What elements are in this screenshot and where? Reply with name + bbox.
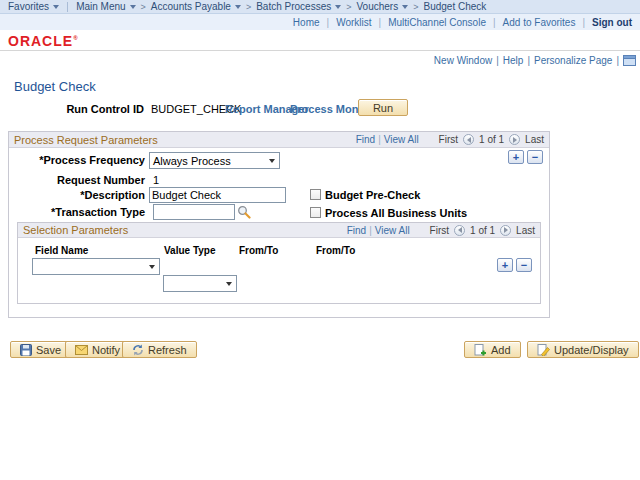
process-frequency-label: *Process Frequency (9, 154, 145, 166)
links-separator: | (616, 55, 619, 66)
process-frequency-select[interactable]: Always Process (149, 152, 280, 169)
process-frequency-value: Always Process (153, 155, 231, 167)
add-row-button[interactable]: + (508, 150, 524, 164)
links-separator: | (493, 17, 496, 28)
chevron-down-icon (53, 5, 59, 9)
chevron-down-icon (149, 265, 155, 269)
add-to-favorites-link[interactable]: Add to Favorites (503, 17, 576, 28)
transaction-type-label: *Transaction Type (9, 206, 145, 218)
lookup-magnifier-icon[interactable] (237, 205, 251, 219)
logo-band: ORACLE® (0, 30, 640, 51)
refresh-button[interactable]: Refresh (122, 341, 197, 358)
breadcrumb-separator: > (141, 2, 146, 12)
chevron-down-icon (402, 5, 408, 9)
grid-navigation: Find | View All First 1 of 1 Last (356, 134, 544, 145)
notify-button[interactable]: Notify (65, 341, 130, 358)
main-menu[interactable]: Main Menu (76, 1, 135, 12)
transaction-type-input[interactable] (153, 204, 235, 220)
row-action-buttons: + − (497, 258, 532, 272)
process-request-body: + − *Process Frequency Always Process Re… (9, 148, 549, 317)
page-title: Budget Check (14, 79, 96, 94)
run-button[interactable]: Run (358, 99, 408, 116)
nav-separator: | (378, 134, 381, 145)
crumb-accounts-payable[interactable]: Accounts Payable (151, 1, 241, 12)
process-all-bu-checkbox[interactable] (310, 207, 321, 218)
chevron-down-icon (235, 5, 241, 9)
links-separator: | (327, 17, 330, 28)
favorites-label: Favorites (8, 1, 49, 12)
crumb-label: Accounts Payable (151, 1, 231, 12)
oracle-logo: ORACLE® (8, 33, 79, 49)
column-header-value-type: Value Type (164, 245, 216, 256)
description-input[interactable] (149, 187, 286, 203)
new-window-icon[interactable] (623, 55, 636, 66)
request-number-value: 1 (153, 174, 159, 186)
previous-icon (467, 137, 471, 143)
previous-page-button[interactable] (454, 225, 465, 236)
sign-out-link[interactable]: Sign out (592, 17, 632, 28)
crumb-label: Vouchers (357, 1, 399, 12)
view-all-link[interactable]: View All (384, 134, 419, 145)
personalize-page-link[interactable]: Personalize Page (534, 55, 612, 66)
chevron-down-icon (335, 5, 341, 9)
budget-precheck-label: Budget Pre-Check (325, 189, 420, 201)
links-separator: | (496, 55, 499, 66)
next-page-button[interactable] (509, 134, 520, 145)
breadcrumb-divider (67, 2, 68, 12)
first-label: First (439, 134, 458, 145)
delete-row-button[interactable]: − (516, 258, 532, 272)
page-links: New Window | Help | Personalize Page | (434, 55, 636, 66)
add-row-button[interactable]: + (497, 258, 513, 272)
breadcrumb-separator: > (413, 2, 418, 12)
last-label: Last (516, 225, 535, 236)
multichannel-console-link[interactable]: MultiChannel Console (388, 17, 486, 28)
breadcrumb-separator: > (246, 2, 251, 12)
process-request-header: Process Request Parameters Find | View A… (9, 132, 549, 148)
links-separator: | (379, 17, 382, 28)
page-count: 1 of 1 (470, 225, 495, 236)
crumb-budget-check[interactable]: Budget Check (423, 1, 486, 12)
save-button[interactable]: Save (10, 341, 71, 358)
last-label: Last (525, 134, 544, 145)
breadcrumb-separator: > (346, 2, 351, 12)
chevron-down-icon (269, 159, 275, 163)
portal-links-bar: Home | Worklist | MultiChannel Console |… (0, 14, 640, 30)
value-type-select[interactable] (163, 275, 237, 292)
chevron-down-icon (226, 282, 232, 286)
notify-label: Notify (92, 344, 120, 356)
grid-navigation: Find | View All First 1 of 1 Last (347, 225, 535, 236)
section-title: Process Request Parameters (14, 134, 158, 146)
help-link[interactable]: Help (503, 55, 524, 66)
field-name-select[interactable] (32, 258, 160, 275)
next-icon (513, 137, 517, 143)
section-title: Selection Parameters (23, 224, 128, 236)
column-header-field-name: Field Name (35, 245, 88, 256)
previous-page-button[interactable] (463, 134, 474, 145)
next-page-button[interactable] (500, 225, 511, 236)
request-number-label: Request Number (9, 174, 145, 186)
column-header-from-to-1: From/To (239, 245, 278, 256)
refresh-label: Refresh (148, 344, 187, 356)
crumb-vouchers[interactable]: Vouchers (357, 1, 409, 12)
view-all-link[interactable]: View All (375, 225, 410, 236)
find-link[interactable]: Find (347, 225, 366, 236)
favorites-menu[interactable]: Favorites (8, 1, 59, 12)
budget-precheck-checkbox[interactable] (310, 189, 321, 200)
page-count: 1 of 1 (479, 134, 504, 145)
delete-row-button[interactable]: − (527, 150, 543, 164)
home-link[interactable]: Home (293, 17, 320, 28)
find-link[interactable]: Find (356, 134, 375, 145)
next-icon (504, 227, 508, 233)
worklist-link[interactable]: Worklist (336, 17, 371, 28)
notify-envelope-icon (75, 345, 88, 355)
new-window-link[interactable]: New Window (434, 55, 492, 66)
selection-parameters-box: Selection Parameters Find | View All Fir… (17, 222, 541, 304)
update-display-button[interactable]: Update/Display (527, 341, 639, 358)
add-row-icon (474, 344, 487, 356)
add-button[interactable]: Add (464, 341, 521, 358)
crumb-batch-processes[interactable]: Batch Processes (256, 1, 341, 12)
chevron-down-icon (130, 5, 136, 9)
update-display-label: Update/Display (554, 344, 629, 356)
links-separator: | (582, 17, 585, 28)
add-label: Add (491, 344, 511, 356)
